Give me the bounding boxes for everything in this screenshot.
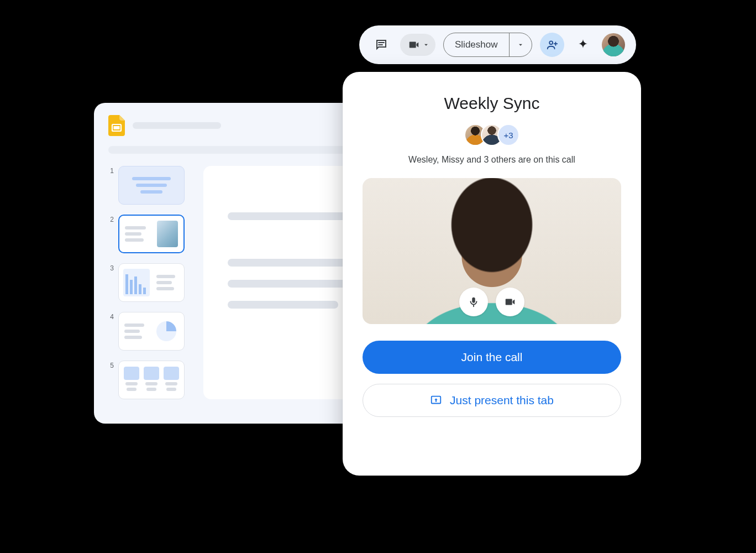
person-add-icon — [546, 39, 558, 51]
slides-toolbar-placeholder — [108, 146, 374, 154]
thumb-number: 1 — [108, 166, 114, 175]
thumb-number: 2 — [108, 215, 114, 223]
slideshow-label: Slideshow — [455, 39, 498, 50]
preview-controls — [459, 288, 524, 316]
meeting-title: Weekly Sync — [444, 94, 540, 113]
top-toolbar: Slideshow — [359, 25, 636, 64]
present-tab-button[interactable]: Just present this tab — [363, 384, 621, 417]
thumb-number: 3 — [108, 263, 114, 272]
sparkle-icon — [576, 38, 590, 51]
present-tab-label: Just present this tab — [450, 394, 554, 407]
slide-thumbnail-2-selected[interactable] — [118, 215, 185, 253]
thumb-row: 2 — [108, 215, 191, 253]
slideshow-button-group: Slideshow — [443, 33, 532, 57]
thumb-number: 5 — [108, 361, 114, 369]
slide-thumbnail-5[interactable] — [118, 361, 185, 399]
svg-rect-1 — [114, 126, 120, 129]
slide-thumbnail-1[interactable] — [118, 166, 185, 205]
join-call-label: Join the call — [461, 351, 523, 364]
slideshow-button[interactable]: Slideshow — [444, 33, 510, 56]
participant-more-badge: +3 — [497, 124, 519, 146]
microphone-icon — [468, 296, 480, 308]
slide-thumbnail-4[interactable] — [118, 312, 185, 351]
svg-rect-4 — [472, 298, 475, 303]
camera-toggle-button[interactable] — [496, 288, 524, 316]
slides-logo-icon — [108, 115, 125, 136]
present-screen-icon — [430, 394, 442, 406]
thumb-row: 3 — [108, 263, 191, 302]
chevron-down-icon — [422, 41, 430, 49]
meet-video-button[interactable] — [400, 34, 435, 56]
user-avatar[interactable] — [602, 33, 625, 56]
participant-avatars: +3 — [464, 124, 519, 146]
participants-subtitle: Wesley, Missy and 3 others are on this c… — [408, 155, 575, 165]
join-call-button[interactable]: Join the call — [363, 341, 621, 374]
svg-point-3 — [549, 41, 553, 44]
meet-join-panel: Weekly Sync +3 Wesley, Missy and 3 other… — [343, 72, 641, 476]
thumb-row: 1 — [108, 166, 191, 205]
thumb-number: 4 — [108, 312, 114, 321]
gemini-sparkle-button[interactable] — [572, 34, 594, 56]
thumb-row: 5 — [108, 361, 191, 399]
mic-toggle-button[interactable] — [459, 288, 488, 316]
slide-thumbnail-3[interactable] — [118, 263, 185, 302]
slideshow-dropdown-button[interactable] — [510, 33, 532, 56]
share-button[interactable] — [540, 33, 564, 57]
video-camera-icon — [504, 296, 516, 308]
video-camera-icon — [408, 39, 420, 51]
chevron-down-icon — [517, 41, 524, 49]
thumb-row: 4 — [108, 312, 191, 351]
comments-button[interactable] — [370, 34, 392, 56]
self-video-preview — [363, 178, 621, 324]
slide-thumbnails: 1 2 3 — [108, 166, 191, 399]
slides-title-placeholder — [133, 122, 221, 129]
